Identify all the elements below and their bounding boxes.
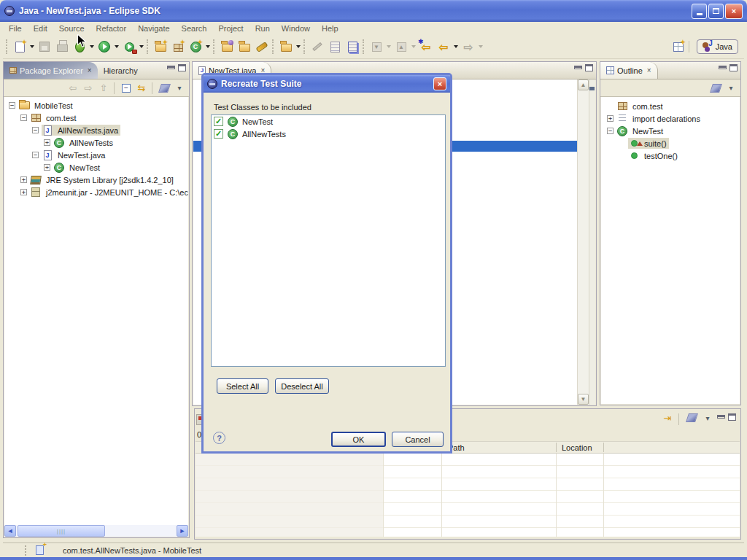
menu-navigate[interactable]: Navigate — [132, 23, 175, 34]
close-tab-icon[interactable]: × — [647, 66, 651, 74]
menu-file[interactable]: File — [3, 23, 28, 34]
back-history-button[interactable]: ⇦ — [66, 82, 80, 95]
next-annotation-dropdown[interactable] — [387, 45, 391, 48]
menu-edit[interactable]: Edit — [28, 23, 53, 34]
new-wizard-button[interactable]: ✦ — [12, 39, 28, 55]
previous-annotation-dropdown[interactable] — [411, 45, 416, 48]
expander-plus[interactable]: + — [44, 164, 50, 171]
view-menu-button[interactable]: ▾ — [701, 411, 714, 424]
expander-plus[interactable]: + — [20, 189, 27, 195]
up-button[interactable]: ⇧ — [97, 82, 110, 95]
minimize-view-icon[interactable] — [574, 66, 582, 69]
help-button[interactable]: ? — [213, 432, 225, 444]
tab-outline[interactable]: Outline × — [600, 62, 658, 79]
minimize-view-icon[interactable] — [717, 415, 725, 419]
open-perspective-button[interactable]: ✦ — [670, 39, 686, 55]
new-package-button[interactable]: ✦ — [170, 39, 186, 55]
search-button[interactable] — [254, 39, 270, 55]
outline-item[interactable]: −CNewTest — [605, 125, 740, 137]
expander-minus[interactable]: − — [20, 114, 27, 121]
mark-occurrences-button[interactable] — [309, 39, 325, 55]
test-class-row[interactable]: ✓CNewTest — [212, 115, 445, 128]
package-explorer-item[interactable]: −MobileTest — [7, 99, 188, 112]
table-body[interactable] — [196, 454, 740, 537]
new-class-dropdown[interactable] — [206, 45, 210, 48]
save-button[interactable] — [36, 39, 53, 55]
expander-minus[interactable]: − — [32, 152, 39, 158]
scrollbar-thumb[interactable]: |||| — [18, 525, 105, 537]
view-menu-button[interactable]: ▾ — [173, 82, 186, 95]
outline-item[interactable]: com.test — [605, 100, 740, 112]
column-header-location[interactable]: Location — [562, 443, 592, 452]
fast-view-icon[interactable] — [36, 545, 44, 555]
column-separator[interactable] — [556, 443, 557, 452]
new-class-button[interactable]: C✦ — [187, 39, 204, 55]
run-dropdown[interactable] — [115, 45, 119, 48]
menu-project[interactable]: Project — [212, 23, 249, 34]
package-explorer-item[interactable]: +JRE System Library [j2sdk1.4.2_10] — [7, 174, 188, 186]
horizontal-scrollbar[interactable]: ◄ |||| ► — [4, 525, 188, 537]
link-with-editor-button[interactable]: ⇥ — [661, 411, 674, 424]
expander-plus[interactable]: + — [607, 115, 614, 122]
external-tools-dropdown[interactable] — [139, 45, 144, 48]
external-tools-button[interactable] — [121, 39, 137, 55]
column-separator[interactable] — [603, 443, 604, 452]
overview-ruler[interactable] — [589, 79, 595, 405]
view-filter-button[interactable] — [158, 82, 171, 95]
close-button[interactable]: × — [725, 4, 743, 19]
minimize-button[interactable] — [692, 4, 707, 19]
scroll-up-button[interactable]: ▲ — [578, 79, 589, 90]
outline-item[interactable]: suite() — [605, 137, 740, 149]
outline-item[interactable]: +import declarations — [605, 112, 740, 125]
close-tab-icon[interactable]: × — [88, 66, 92, 74]
test-class-list[interactable]: ✓CNewTest✓CAllNewTests — [211, 114, 446, 367]
new-wizard-dropdown[interactable] — [30, 45, 34, 48]
package-explorer-item[interactable]: −JNewTest.java — [7, 149, 188, 161]
overview-marker[interactable] — [589, 87, 595, 90]
tab-hierarchy[interactable]: Hierarchy — [98, 62, 144, 79]
forward-button[interactable]: ⇨ — [460, 39, 476, 55]
package-explorer-item[interactable]: +CAllNewTests — [7, 136, 188, 149]
package-explorer-item[interactable]: −com.test — [7, 112, 188, 124]
scroll-left-button[interactable]: ◄ — [4, 525, 16, 537]
test-class-row[interactable]: ✓CAllNewTests — [212, 128, 445, 140]
scroll-right-button[interactable]: ► — [177, 525, 188, 537]
maximize-view-icon[interactable] — [585, 64, 593, 71]
debug-dropdown[interactable] — [90, 45, 94, 48]
deselect-all-button[interactable]: Deselect All — [275, 378, 329, 394]
maximize-view-icon[interactable] — [178, 64, 186, 71]
checkbox[interactable]: ✓ — [214, 117, 223, 126]
expander-plus[interactable]: + — [44, 139, 50, 146]
back-dropdown[interactable] — [454, 45, 458, 48]
expander-minus[interactable]: − — [32, 127, 39, 133]
expander-plus[interactable]: + — [20, 176, 27, 183]
menu-search[interactable]: Search — [176, 23, 213, 34]
menu-window[interactable]: Window — [276, 23, 316, 34]
run-button[interactable] — [96, 39, 112, 55]
expander-minus[interactable]: − — [9, 102, 15, 109]
package-explorer-item[interactable]: +j2meunit.jar - J2MEUNIT_HOME - C:\ec — [7, 186, 188, 198]
fast-view-grip[interactable] — [25, 545, 27, 556]
maximize-button[interactable] — [708, 4, 724, 19]
maximize-view-icon[interactable] — [728, 413, 736, 421]
forward-dropdown[interactable] — [479, 45, 483, 48]
open-resource-dropdown[interactable] — [296, 45, 301, 48]
outline-item[interactable]: testOne() — [605, 149, 740, 162]
maximize-view-icon[interactable] — [729, 64, 738, 71]
cancel-button[interactable]: Cancel — [392, 432, 444, 447]
expander-minus[interactable]: − — [607, 128, 614, 134]
select-all-button[interactable]: Select All — [217, 378, 268, 394]
view-filter-button[interactable] — [709, 82, 722, 95]
menu-run[interactable]: Run — [249, 23, 276, 34]
dialog-close-button[interactable]: × — [433, 77, 446, 90]
menu-source[interactable]: Source — [53, 23, 90, 34]
open-type-hierarchy-button[interactable] — [236, 39, 252, 55]
document-button[interactable] — [327, 39, 343, 55]
print-button[interactable] — [54, 39, 70, 55]
last-edit-location-button[interactable]: ⇦✱ — [418, 39, 434, 55]
scroll-down-button[interactable]: ▼ — [578, 394, 589, 405]
tab-package-explorer[interactable]: Package Explorer × — [4, 62, 98, 79]
link-with-editor-button[interactable]: ⇆ — [135, 82, 148, 95]
minimize-view-icon[interactable] — [719, 66, 727, 69]
vertical-scrollbar[interactable]: ▲ ▼ — [577, 79, 589, 405]
